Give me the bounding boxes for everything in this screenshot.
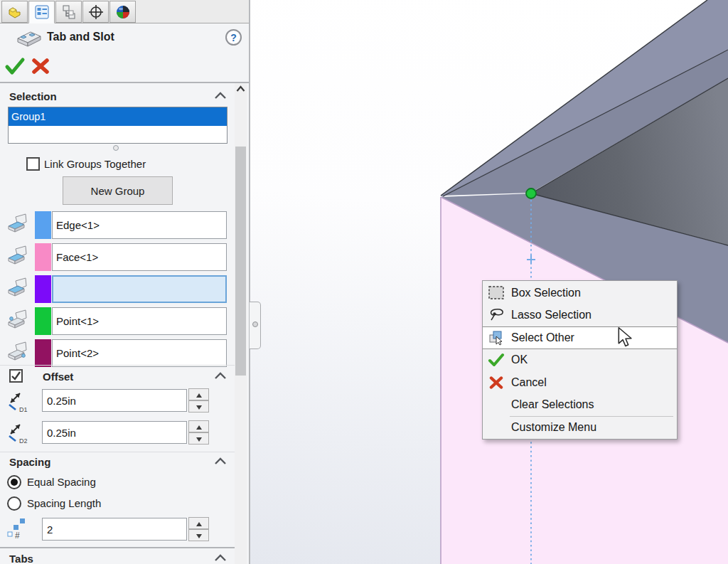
equal-spacing-label: Equal Spacing [27,476,96,488]
color-swatch [35,243,51,271]
tabs-group-title: Tabs [9,553,33,564]
tab-dimxpert-manager[interactable] [82,1,109,23]
svg-text:D1: D1 [19,406,28,413]
spacing-length-label: Spacing Length [27,497,101,509]
display-manager-icon [114,4,132,21]
panel-collapse-dot-icon [252,321,258,327]
instance-count-icon: # [6,516,30,541]
offset-distance1-icon: D1 [6,389,31,415]
mouse-cursor-icon [616,326,635,348]
collapse-chevron-icon[interactable] [214,92,227,100]
active-selection-field[interactable] [52,275,227,303]
down-arrow-icon [196,437,202,442]
tab-slot-entity-icon [6,245,28,269]
ok-check-button[interactable] [4,56,26,76]
color-swatch [35,307,51,335]
offset-enable-checkbox[interactable] [9,369,23,383]
down-arrow-icon [196,534,202,538]
color-swatch [35,211,51,239]
offset-distance2-icon: D2 [6,420,31,446]
offset-d2-input[interactable] [42,421,187,444]
spinner-up-button[interactable] [188,420,209,432]
spinner-down-button[interactable] [188,529,209,541]
menu-item-customize-menu[interactable]: Customize Menu [483,417,677,438]
part-icon [6,4,23,21]
link-groups-checkbox[interactable] [26,157,40,171]
instance-count-spinner [188,517,209,541]
selected-vertex-point[interactable] [526,188,536,198]
menu-item-select-other[interactable]: Select Other [483,326,677,349]
spacing-group-title: Spacing [9,456,50,468]
up-arrow-icon [196,393,202,398]
panel-splitter[interactable] [249,0,250,564]
menu-item-ok[interactable]: OK [483,349,677,372]
divider [0,82,249,83]
scrollbar-up-arrow[interactable] [236,85,245,92]
ok-check-icon [486,351,507,369]
cancel-x-icon [486,373,507,392]
tab-slot-entity-icon [6,341,28,365]
feature-title: Tab and Slot [47,31,114,43]
manager-tab-bar [0,0,250,23]
spacing-length-radio[interactable] [7,496,21,511]
color-swatch [35,275,51,303]
tab-propertymanager[interactable] [28,1,55,23]
panel-scrollbar-thumb[interactable] [235,147,246,376]
menu-item-box-selection[interactable]: Box Selection [483,282,677,304]
collapse-chevron-icon[interactable] [214,372,227,380]
dimxpert-icon [87,4,105,21]
collapse-chevron-icon[interactable] [214,457,227,465]
point1-selection-field[interactable] [52,307,227,335]
tab-slot-entity-icon [6,277,28,301]
propertymanager-panel: Tab and Slot ? Selection Group1 Link Gro… [0,0,250,564]
spinner-down-button[interactable] [188,400,209,413]
tab-display-manager[interactable] [109,1,136,23]
tab-configuration-manager[interactable] [55,1,82,23]
menu-item-cancel[interactable]: Cancel [483,371,677,394]
new-group-button[interactable]: New Group [63,176,173,205]
propertymanager-icon [33,4,50,21]
menu-item-clear-selections[interactable]: Clear Selections [483,394,677,417]
edge-selection-field[interactable] [52,211,227,239]
group-listbox[interactable]: Group1 [8,107,228,144]
spinner-down-button[interactable] [188,432,209,445]
divider [0,547,235,548]
svg-text:D2: D2 [19,437,28,445]
tab-slot-entity-icon [6,309,28,333]
up-arrow-icon [196,425,202,430]
offset-group-title: Offset [43,371,73,383]
link-groups-label: Link Groups Together [44,158,146,170]
tab-and-slot-icon [16,28,43,48]
spinner-up-button[interactable] [188,517,209,529]
offset-d2-spinner [188,420,209,445]
instance-count-input[interactable] [42,518,187,541]
listbox-resize-grip[interactable] [113,145,119,151]
check-icon [11,371,21,381]
face-selection-field[interactable] [52,243,227,271]
divider [0,365,235,366]
selection-context-menu: Box Selection Lasso Selection Select Oth… [482,280,678,440]
box-selection-icon [486,284,507,302]
divider [0,452,235,452]
group-list-item[interactable]: Group1 [9,107,227,126]
svg-text:#: # [15,531,20,541]
equal-spacing-radio[interactable] [7,475,21,489]
tab-slot-entity-icon [6,213,28,237]
collapse-chevron-icon[interactable] [214,554,227,562]
selection-group-title: Selection [9,90,57,102]
help-button[interactable]: ? [225,29,242,46]
point2-selection-field[interactable] [52,339,227,367]
menu-item-lasso-selection[interactable]: Lasso Selection [483,304,677,327]
configuration-manager-icon [60,4,77,21]
offset-d1-input[interactable] [42,389,187,412]
spinner-up-button[interactable] [188,388,209,400]
cancel-x-button[interactable] [32,58,49,74]
up-arrow-icon [196,522,202,526]
color-swatch [35,339,51,367]
lasso-selection-icon [486,306,507,324]
tab-featuremanager-tree[interactable] [1,1,28,23]
select-other-icon [486,329,507,347]
offset-d1-spinner [188,388,209,413]
down-arrow-icon [196,405,202,410]
